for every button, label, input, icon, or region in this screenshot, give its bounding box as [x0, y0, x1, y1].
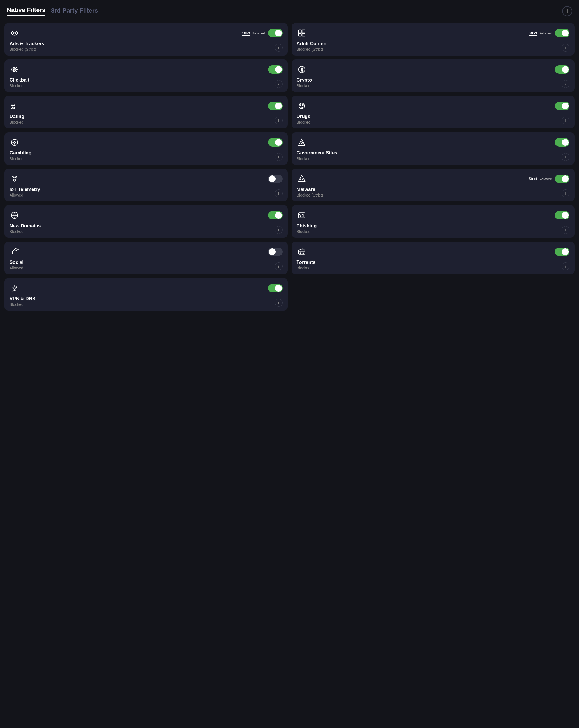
card-phishing: Phishing Blocked i [292, 205, 575, 238]
toggle-iot-telemetry[interactable] [268, 175, 283, 183]
card-gambling: Gambling Blocked i [4, 132, 288, 165]
toggle-adult-content[interactable] [555, 29, 570, 37]
card-torrents: Torrents Blocked i [292, 242, 575, 274]
icon-vpn [9, 283, 20, 293]
svg-point-40 [300, 253, 301, 254]
svg-point-19 [14, 141, 16, 144]
svg-marker-24 [298, 139, 305, 146]
strict-relaxed-toggle-malware[interactable]: Strict Relaxed [529, 177, 552, 181]
card-vpn-dns: VPN & DNS Blocked i [4, 278, 288, 311]
card-status-adult-content: Blocked (Strict) [297, 47, 328, 52]
toggle-torrents[interactable] [555, 248, 570, 256]
card-title-crypto: Crypto [297, 77, 312, 83]
svg-text:♂♀: ♂♀ [11, 106, 16, 110]
icon-dating: ♀♂♂♀ [9, 101, 20, 111]
strict-relaxed-toggle-adult-content[interactable]: Strict Relaxed [529, 31, 552, 35]
header-info-button[interactable]: i [562, 6, 572, 16]
svg-point-45 [13, 286, 17, 289]
info-button-ads-trackers[interactable]: i [275, 44, 283, 52]
info-button-vpn-dns[interactable]: i [275, 299, 283, 307]
card-title-phishing: Phishing [297, 223, 317, 229]
card-social: Social Allowed i [4, 242, 288, 274]
svg-rect-5 [302, 33, 305, 36]
info-button-social[interactable]: i [275, 262, 283, 270]
toggle-social[interactable] [268, 248, 283, 256]
svg-point-25 [301, 142, 302, 144]
icon-adult [297, 28, 307, 38]
svg-point-37 [299, 214, 301, 215]
card-status-malware: Blocked (Strict) [297, 193, 323, 197]
card-status-social: Allowed [9, 266, 24, 270]
svg-point-27 [14, 179, 16, 181]
svg-text:Q: Q [13, 68, 16, 72]
toggle-malware[interactable] [555, 175, 570, 183]
svg-text:₵: ₵ [300, 68, 303, 72]
card-title-malware: Malware [297, 187, 323, 192]
icon-gambling [9, 137, 20, 148]
relaxed-label-ads-trackers[interactable]: Relaxed [252, 31, 265, 35]
toggle-gambling[interactable] [268, 138, 283, 147]
svg-rect-4 [298, 33, 301, 36]
card-status-phishing: Blocked [297, 229, 317, 234]
toggle-government-sites[interactable] [555, 138, 570, 147]
card-status-clickbait: Blocked [9, 83, 29, 88]
toggle-drugs[interactable] [555, 102, 570, 110]
toggle-crypto[interactable] [555, 65, 570, 74]
toggle-clickbait[interactable] [268, 65, 283, 74]
card-new-domains: New Domains Blocked i [4, 205, 288, 238]
info-button-new-domains[interactable]: i [275, 226, 283, 234]
info-button-iot-telemetry[interactable]: i [275, 189, 283, 197]
relaxed-label-adult-content[interactable]: Relaxed [538, 31, 552, 35]
card-dating: ♀♂♂♀ [4, 96, 288, 128]
card-status-crypto: Blocked [297, 83, 312, 88]
app-header: Native Filters 3rd Party Filters i [0, 0, 579, 16]
info-button-government-sites[interactable]: i [562, 153, 570, 161]
card-title-new-domains: New Domains [9, 223, 41, 229]
card-status-dating: Blocked [9, 120, 24, 125]
card-title-vpn-dns: VPN & DNS [9, 296, 35, 302]
toggle-dating[interactable] [268, 102, 283, 110]
svg-point-38 [302, 214, 304, 215]
svg-rect-3 [302, 30, 305, 33]
svg-rect-39 [298, 250, 305, 254]
info-button-crypto[interactable]: i [562, 80, 570, 88]
icon-social [9, 247, 20, 257]
card-title-torrents: Torrents [297, 260, 316, 265]
icon-government [297, 137, 307, 148]
toggle-vpn-dns[interactable] [268, 284, 283, 292]
svg-point-41 [303, 253, 304, 254]
card-status-government-sites: Blocked [297, 156, 337, 161]
tab-third-party-filters[interactable]: 3rd Party Filters [51, 7, 98, 16]
card-drugs: Drugs Blocked i [292, 96, 575, 128]
strict-relaxed-toggle-ads-trackers[interactable]: Strict Relaxed [242, 31, 265, 35]
tab-native-filters[interactable]: Native Filters [7, 6, 45, 16]
strict-label-malware[interactable]: Strict [529, 177, 537, 181]
info-button-malware[interactable]: i [562, 189, 570, 197]
strict-label-ads-trackers[interactable]: Strict [242, 31, 250, 35]
toggle-phishing[interactable] [555, 211, 570, 219]
info-button-torrents[interactable]: i [562, 262, 570, 270]
svg-point-0 [11, 31, 18, 35]
info-button-gambling[interactable]: i [275, 153, 283, 161]
svg-point-1 [14, 32, 16, 34]
icon-malware [297, 174, 307, 184]
relaxed-label-malware[interactable]: Relaxed [538, 177, 552, 181]
strict-label-adult-content[interactable]: Strict [529, 31, 537, 35]
card-ads-trackers: Strict Relaxed [4, 23, 288, 55]
info-button-phishing[interactable]: i [562, 226, 570, 234]
info-button-adult-content[interactable]: i [562, 44, 570, 52]
card-title-dating: Dating [9, 114, 24, 120]
info-button-dating[interactable]: i [275, 116, 283, 125]
card-status-vpn-dns: Blocked [9, 302, 35, 307]
toggle-ads-trackers[interactable] [268, 29, 283, 37]
svg-point-30 [302, 179, 303, 180]
card-government-sites: Government Sites Blocked i [292, 132, 575, 165]
card-status-iot-telemetry: Allowed [9, 193, 40, 197]
toggle-new-domains[interactable] [268, 211, 283, 219]
card-malware: Strict Relaxed [292, 169, 575, 201]
svg-point-29 [300, 179, 301, 180]
card-title-drugs: Drugs [297, 114, 311, 120]
info-button-drugs[interactable]: i [562, 116, 570, 125]
svg-point-46 [14, 287, 16, 288]
info-button-clickbait[interactable]: i [275, 80, 283, 88]
